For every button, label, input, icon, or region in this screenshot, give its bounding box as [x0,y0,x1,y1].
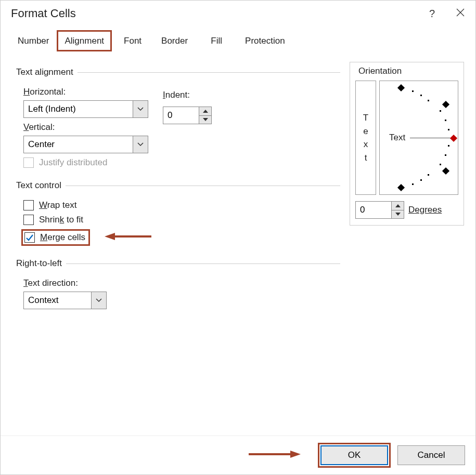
dialog-title: Format Cells [11,7,76,20]
spin-up-icon[interactable] [199,107,212,115]
orientation-dial[interactable]: Text [379,81,458,195]
label-degrees: Degrees [408,205,442,215]
checkbox-justify-distributed: Justify distributed [23,157,340,168]
tab-number[interactable]: Number [10,30,57,51]
tab-protection[interactable]: Protection [237,30,293,51]
tabstrip: Number Alignment Font Border Fill Protec… [1,30,475,51]
tab-alignment[interactable]: Alignment [57,30,112,51]
combo-vertical-input[interactable] [23,136,133,153]
diamond-icon [442,101,449,108]
chevron-down-icon[interactable] [133,100,148,118]
combo-text-direction[interactable] [23,292,107,309]
svg-marker-6 [395,204,401,207]
spin-indent-input[interactable] [163,107,199,124]
checkbox-icon[interactable] [23,200,34,210]
group-right-to-left: Right-to-left Text direction: [15,258,340,309]
spin-up-icon[interactable] [392,201,404,210]
group-text-alignment: Text alignment Horizontal: [15,67,340,172]
format-cells-dialog: Format Cells ? Number Alignment Font Bor… [0,0,476,475]
svg-marker-3 [203,118,208,121]
label-vertical: Vertical: [23,122,148,133]
group-label-text-control: Text control [15,180,66,191]
spin-degrees-input[interactable] [355,201,392,219]
label-indent: Indent: [163,90,212,100]
diamond-icon [397,184,405,191]
group-label-rtl: Right-to-left [15,258,66,269]
diamond-icon [397,84,405,91]
chevron-down-icon[interactable] [91,292,107,309]
ok-button[interactable]: OK [320,445,388,465]
spin-degrees[interactable] [355,201,404,219]
combo-horizontal[interactable] [23,100,148,118]
chevron-down-icon[interactable] [133,136,148,153]
titlebar: Format Cells ? [1,1,475,29]
tab-font[interactable]: Font [112,30,153,51]
checkbox-wrap-text[interactable]: Wrap text [23,200,340,210]
orientation-handle-icon[interactable] [450,135,457,142]
checkbox-icon [23,157,34,168]
combo-text-direction-input[interactable] [23,292,91,309]
close-icon[interactable] [456,8,465,20]
label-merge-cells: Merge cells [40,232,85,243]
checkbox-merge-cells-row: Merge cells [21,229,340,246]
dialog-footer: OK Cancel [1,436,475,474]
titlebar-buttons: ? [429,8,465,20]
annotation-arrow-icon [249,449,301,461]
checkbox-merge-cells[interactable]: Merge cells [21,229,90,246]
combo-horizontal-input[interactable] [23,100,133,118]
group-label-text-alignment: Text alignment [15,67,78,77]
label-horizontal: Horizontal: [23,87,148,97]
label-wrap-text: Wrap text [39,200,76,210]
orientation-dial-label: Text [389,133,405,143]
label-text-direction: Text direction: [23,278,340,288]
vertical-text-label: T e x t [363,111,368,164]
orientation-vertical-text[interactable]: T e x t [355,81,376,195]
help-icon[interactable]: ? [429,8,435,20]
group-orientation: Orientation T e x t Text [350,62,464,226]
tab-border[interactable]: Border [153,30,196,51]
checkbox-icon[interactable] [24,232,35,243]
spin-down-icon[interactable] [392,210,404,219]
annotation-arrow-icon [105,231,151,244]
spin-indent[interactable] [163,107,212,124]
spin-down-icon[interactable] [199,115,212,125]
svg-marker-5 [105,233,115,240]
svg-marker-2 [203,110,208,113]
group-label-orientation: Orientation [355,66,405,76]
checkbox-icon[interactable] [23,215,34,225]
label-shrink-to-fit: Shrink to fit [39,215,83,225]
dialog-body: Text alignment Horizontal: [1,51,475,436]
svg-marker-9 [290,451,301,458]
combo-vertical[interactable] [23,136,148,153]
tab-fill[interactable]: Fill [196,30,237,51]
checkbox-shrink-to-fit[interactable]: Shrink to fit [23,215,340,225]
orientation-dial-line [410,138,452,138]
diamond-icon [442,167,449,175]
group-text-control: Text control Wrap text Shrink to fit Mer… [15,180,340,250]
cancel-button[interactable]: Cancel [397,445,465,465]
label-justify-distributed: Justify distributed [39,157,107,168]
svg-marker-7 [395,213,401,216]
